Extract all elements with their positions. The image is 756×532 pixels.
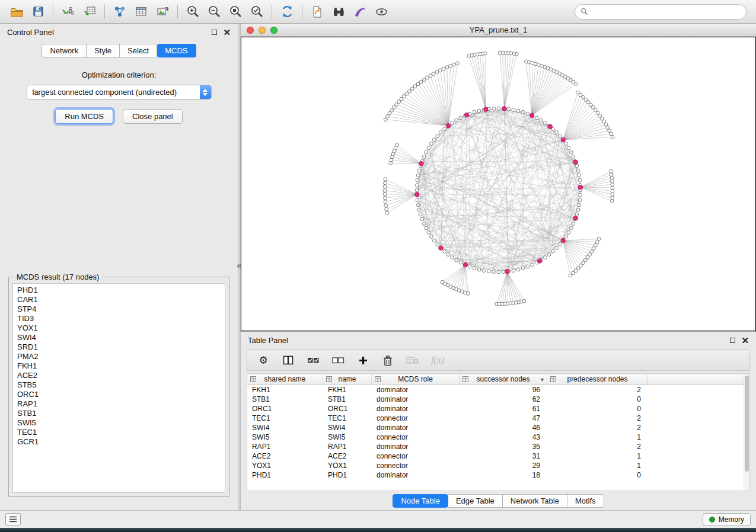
- ring-node[interactable]: [572, 222, 575, 226]
- float-table-panel-icon[interactable]: [730, 338, 735, 343]
- ring-node[interactable]: [422, 222, 426, 226]
- leaf-node[interactable]: [405, 92, 409, 95]
- leaf-node[interactable]: [595, 241, 599, 244]
- leaf-node[interactable]: [610, 200, 614, 203]
- leaf-node[interactable]: [413, 85, 417, 88]
- leaf-node[interactable]: [576, 91, 580, 94]
- table-scrollbar[interactable]: [744, 374, 749, 491]
- tab-mcds[interactable]: MCDS: [157, 44, 196, 57]
- ring-node[interactable]: [439, 131, 443, 134]
- leaf-node[interactable]: [439, 69, 442, 72]
- mcds-result-item[interactable]: FKH1: [17, 361, 225, 371]
- leaf-node[interactable]: [400, 97, 403, 101]
- new-network-button[interactable]: [109, 2, 130, 21]
- leaf-node[interactable]: [384, 196, 387, 200]
- ring-node[interactable]: [427, 146, 430, 150]
- ring-node[interactable]: [521, 267, 525, 270]
- leaf-node[interactable]: [610, 132, 613, 136]
- column-header-name[interactable]: name: [323, 374, 372, 384]
- ring-node[interactable]: [427, 231, 430, 235]
- mcds-result-item[interactable]: PMA2: [17, 352, 225, 361]
- ring-node[interactable]: [473, 110, 476, 114]
- ring-node[interactable]: [459, 116, 462, 120]
- leaf-node[interactable]: [528, 60, 531, 64]
- ring-node[interactable]: [415, 188, 419, 192]
- leaf-node[interactable]: [393, 105, 396, 109]
- zoom-fit-button[interactable]: [225, 2, 246, 21]
- leaf-node[interactable]: [610, 173, 613, 177]
- leaf-node[interactable]: [449, 64, 452, 68]
- network-canvas[interactable]: [241, 37, 756, 331]
- column-header-successor-nodes[interactable]: successor nodes ▾: [460, 374, 547, 384]
- dominator-node[interactable]: [415, 193, 419, 197]
- export-network-button[interactable]: [307, 2, 328, 21]
- leaf-node[interactable]: [442, 67, 445, 70]
- mcds-result-item[interactable]: RAP1: [17, 399, 225, 409]
- search-box[interactable]: [575, 4, 747, 20]
- ring-node[interactable]: [425, 150, 428, 154]
- ring-node[interactable]: [443, 249, 446, 253]
- new-table-button[interactable]: [130, 2, 152, 21]
- mcds-result-item[interactable]: CAR1: [17, 295, 225, 305]
- ring-node[interactable]: [451, 256, 454, 259]
- leaf-node[interactable]: [390, 108, 394, 112]
- tab-motifs[interactable]: Motifs: [567, 494, 604, 508]
- dominator-node[interactable]: [537, 259, 541, 263]
- dominator-node[interactable]: [578, 185, 582, 190]
- mcds-result-item[interactable]: TID3: [17, 314, 225, 323]
- dominator-node[interactable]: [484, 107, 488, 111]
- ring-node[interactable]: [416, 203, 420, 207]
- ring-node[interactable]: [572, 155, 575, 159]
- ring-node[interactable]: [459, 261, 462, 264]
- dominator-node[interactable]: [573, 216, 578, 220]
- ring-node[interactable]: [555, 131, 559, 134]
- leaf-node[interactable]: [389, 162, 393, 165]
- ring-node[interactable]: [451, 121, 454, 125]
- table-row[interactable]: TEC1TEC1connector472: [247, 414, 749, 423]
- ring-node[interactable]: [578, 179, 582, 182]
- hide-show-button[interactable]: [371, 2, 392, 21]
- ring-node[interactable]: [443, 127, 446, 131]
- ring-node[interactable]: [547, 253, 551, 257]
- mcds-result-item[interactable]: STB1: [17, 409, 225, 418]
- ring-node[interactable]: [425, 226, 428, 230]
- ring-node[interactable]: [558, 134, 562, 138]
- ring-node[interactable]: [497, 270, 500, 274]
- mcds-result-item[interactable]: STP4: [17, 305, 225, 314]
- ring-node[interactable]: [544, 256, 547, 259]
- table-row[interactable]: YOX1YOX1connector291: [247, 461, 749, 470]
- ring-node[interactable]: [535, 116, 538, 120]
- sort-descending-icon[interactable]: ▾: [541, 376, 544, 383]
- zoom-out-button[interactable]: [203, 2, 225, 21]
- memory-button[interactable]: Memory: [703, 513, 751, 526]
- ring-node[interactable]: [430, 142, 433, 146]
- ring-node[interactable]: [516, 109, 520, 113]
- ring-node[interactable]: [446, 253, 450, 257]
- ring-node[interactable]: [416, 179, 419, 182]
- column-header-mcds-role[interactable]: MCDS role: [372, 374, 460, 384]
- ring-node[interactable]: [512, 269, 515, 273]
- close-table-panel-icon[interactable]: ✕: [741, 336, 749, 345]
- ring-node[interactable]: [436, 243, 439, 246]
- leaf-node[interactable]: [383, 185, 387, 188]
- ring-node[interactable]: [430, 235, 433, 239]
- delete-table-button[interactable]: [404, 352, 422, 368]
- ring-node[interactable]: [531, 263, 534, 267]
- ring-node[interactable]: [468, 265, 471, 268]
- tab-select[interactable]: Select: [120, 44, 157, 57]
- ring-node[interactable]: [477, 268, 481, 271]
- leaf-node[interactable]: [384, 181, 387, 185]
- leaf-node[interactable]: [384, 118, 387, 121]
- close-window-icon[interactable]: [247, 27, 254, 34]
- save-session-button[interactable]: [27, 2, 49, 21]
- table-row[interactable]: STB1STB1dominator620: [247, 395, 749, 404]
- zoom-in-button[interactable]: [182, 2, 203, 21]
- tab-edge-table[interactable]: Edge Table: [448, 494, 503, 508]
- leaf-node[interactable]: [386, 115, 390, 118]
- table-settings-button[interactable]: ⚙: [254, 352, 272, 368]
- leaf-node[interactable]: [611, 186, 614, 190]
- leaf-node[interactable]: [611, 190, 614, 193]
- ring-node[interactable]: [433, 138, 436, 142]
- leaf-node[interactable]: [385, 211, 389, 214]
- leaf-node[interactable]: [384, 178, 387, 181]
